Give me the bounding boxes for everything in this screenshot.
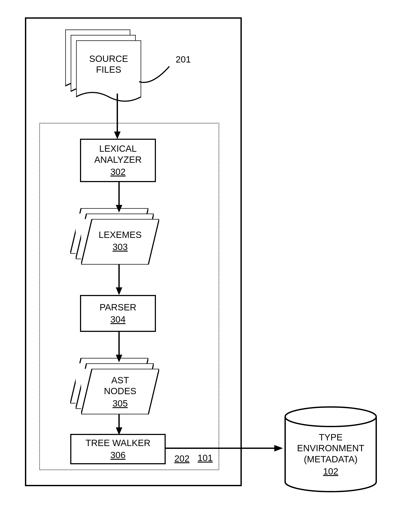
source-files-node: SOURCE FILES xyxy=(65,30,143,108)
type-environment-ref: 102 xyxy=(284,466,377,477)
inner-ref-202: 202 xyxy=(174,453,190,464)
svg-marker-17 xyxy=(274,445,283,452)
type-environment-cylinder: TYPE ENVIRONMENT (METADATA) 102 xyxy=(284,406,377,493)
source-files-ref-201: 201 xyxy=(176,54,191,65)
source-files-label: SOURCE FILES xyxy=(76,53,141,75)
ast-nodes-label-wrap: AST NODES 305 xyxy=(81,375,159,409)
type-environment-label-l1: TYPE xyxy=(284,432,377,443)
lexemes-node: LEXEMES 303 xyxy=(70,208,161,267)
lexical-analyzer-label-l1: LEXICAL xyxy=(99,143,137,154)
callout-curve-201 xyxy=(139,62,176,88)
lexical-analyzer-ref: 302 xyxy=(110,167,125,177)
arrow-treewalker-to-typeenv xyxy=(165,443,284,454)
inner-dotted-container: LEXICAL ANALYZER 302 xyxy=(39,123,219,470)
svg-marker-11 xyxy=(116,355,122,362)
svg-marker-7 xyxy=(116,205,122,212)
ast-nodes-label-l2: NODES xyxy=(81,386,159,397)
source-files-label-l2: FILES xyxy=(76,64,141,75)
lexical-analyzer-node: LEXICAL ANALYZER 302 xyxy=(80,139,156,182)
arrow-lexemes-to-parser xyxy=(115,265,123,295)
ast-nodes-label-l1: AST xyxy=(81,375,159,386)
parser-label: PARSER xyxy=(99,302,136,313)
parser-node: PARSER 304 xyxy=(80,295,156,332)
ast-nodes-ref: 305 xyxy=(81,398,159,409)
arrow-source-to-lexical xyxy=(113,94,122,139)
ast-nodes-node: AST NODES 305 xyxy=(70,358,161,416)
tree-walker-label: TREE WALKER xyxy=(85,437,150,448)
type-environment-label-l3: (METADATA) xyxy=(284,454,377,465)
svg-marker-15 xyxy=(114,132,121,139)
tree-walker-node: TREE WALKER 306 xyxy=(70,434,166,464)
lexical-analyzer-label-l2: ANALYZER xyxy=(94,154,142,165)
lexemes-label-wrap: LEXEMES 303 xyxy=(81,229,159,253)
arrow-lexical-to-lexemes xyxy=(115,182,123,212)
tree-walker-ref: 306 xyxy=(110,450,125,461)
svg-marker-13 xyxy=(116,427,122,435)
outer-container-box: SOURCE FILES LEXICAL ANALYZER 302 xyxy=(25,17,242,486)
type-environment-label-wrap: TYPE ENVIRONMENT (METADATA) 102 xyxy=(284,432,377,477)
lexemes-ref: 303 xyxy=(81,242,159,253)
parser-ref: 304 xyxy=(110,314,125,325)
svg-marker-9 xyxy=(116,287,122,295)
arrow-parser-to-ast xyxy=(115,332,123,362)
outer-ref-101: 101 xyxy=(197,453,213,463)
diagram-canvas: SOURCE FILES LEXICAL ANALYZER 302 xyxy=(0,0,394,532)
type-environment-label-l2: ENVIRONMENT xyxy=(284,443,377,454)
svg-point-18 xyxy=(285,407,376,427)
lexemes-label: LEXEMES xyxy=(81,229,159,240)
source-files-label-l1: SOURCE xyxy=(76,53,141,64)
arrow-ast-to-treewalker xyxy=(115,414,123,435)
